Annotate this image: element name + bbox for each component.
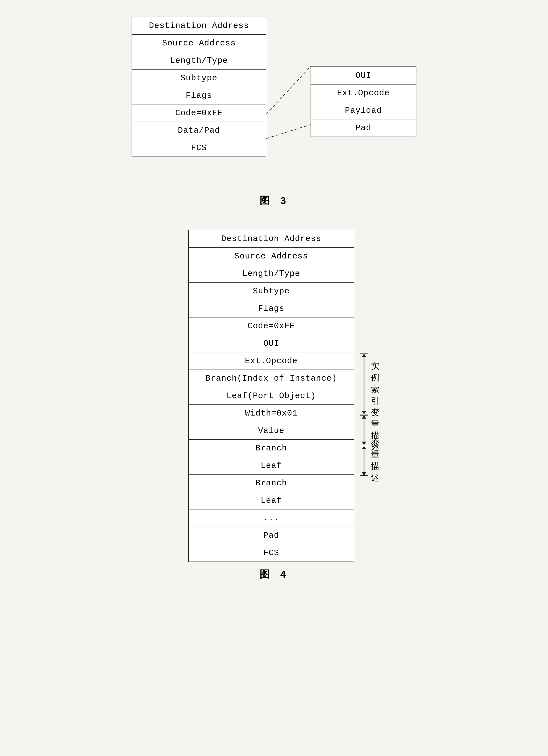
svg-line-1: [266, 125, 311, 139]
table-row: FCS: [132, 139, 266, 157]
diagram4-caption: 图 4: [260, 568, 288, 581]
table-row: Ext.Opcode: [311, 84, 416, 102]
table-row: Destination Address: [132, 17, 266, 35]
diagram4-left-table: Destination AddressSource AddressLength/…: [188, 230, 354, 562]
svg-line-0: [266, 66, 311, 114]
diagram3-connector: [266, 66, 311, 188]
table-row: Ext.Opcode: [188, 352, 354, 370]
diagram3-section: Destination AddressSource AddressLength/…: [22, 17, 526, 207]
table-row: Code=0xFE: [188, 317, 354, 335]
table-row: Destination Address: [188, 230, 354, 248]
annotation-label: 实 例 索 引: [371, 361, 379, 407]
table-row: Subtype: [188, 283, 354, 300]
svg-marker-14: [362, 472, 366, 476]
diagram3-right-wrapper: OUIExt.OpcodePayloadPad: [311, 66, 416, 137]
table-row: Width=0x01: [188, 405, 354, 422]
table-row: Data/Pad: [132, 122, 266, 139]
annotation-group: 实 例 索 引: [360, 353, 379, 415]
table-row: Branch: [188, 440, 354, 457]
svg-marker-9: [362, 442, 366, 445]
table-row: Source Address: [132, 35, 266, 52]
table-row: Pad: [311, 119, 416, 137]
table-row: Leaf(Port Object): [188, 387, 354, 405]
table-row: OUI: [188, 335, 354, 352]
svg-marker-8: [362, 415, 366, 419]
table-row: Leaf: [188, 457, 354, 475]
diagram3-body: Destination AddressSource AddressLength/…: [132, 17, 416, 188]
table-row: Source Address: [188, 248, 354, 265]
annotation-group: 变 量 描 述: [360, 445, 379, 476]
annotation-label: 变 量 描 述: [371, 438, 379, 484]
table-row: FCS: [188, 544, 354, 562]
table-row: Pad: [188, 527, 354, 544]
annotation-arrow: [360, 445, 368, 476]
diagram3-left-table: Destination AddressSource AddressLength/…: [132, 17, 266, 157]
svg-marker-13: [362, 446, 366, 449]
svg-marker-3: [362, 354, 366, 357]
diagram4-section: Destination AddressSource AddressLength/…: [22, 230, 526, 581]
table-row: Branch: [188, 475, 354, 492]
table-row: Branch(Index of Instance): [188, 370, 354, 387]
table-row: Subtype: [132, 70, 266, 87]
annotation-arrow: [360, 353, 368, 415]
diagram3-right-table: OUIExt.OpcodePayloadPad: [311, 66, 416, 137]
table-row: Code=0xFE: [132, 104, 266, 122]
table-row: Length/Type: [188, 265, 354, 283]
table-row: Length/Type: [132, 52, 266, 70]
diagram4-body: Destination AddressSource AddressLength/…: [188, 230, 360, 562]
annotation-arrow: [360, 415, 368, 445]
svg-marker-4: [362, 411, 366, 414]
table-row: ...: [188, 509, 354, 527]
table-row: Flags: [188, 300, 354, 317]
table-row: Leaf: [188, 492, 354, 509]
table-row: Flags: [132, 87, 266, 104]
table-row: Payload: [311, 102, 416, 119]
table-row: Value: [188, 422, 354, 440]
diagram3-caption: 图 3: [260, 194, 288, 207]
table-row: OUI: [311, 67, 416, 84]
